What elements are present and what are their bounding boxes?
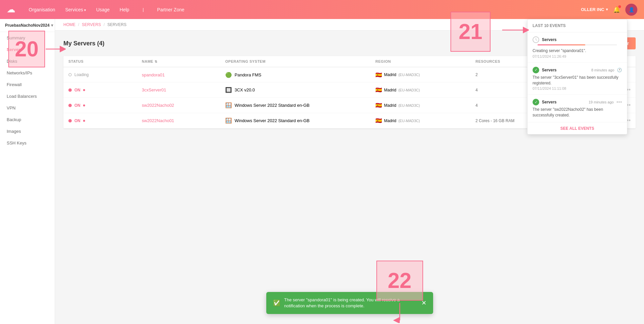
sidebar: PruebasNachoNov2024 Summary Servers Disk…: [0, 19, 55, 324]
nav-help[interactable]: Help: [120, 7, 129, 12]
region-name: Madrid: [384, 72, 396, 77]
resources-text: 2 Cores - 16 GB RAM: [475, 118, 515, 123]
breadcrumb-servers[interactable]: SERVERS: [82, 22, 101, 27]
notif-progress-bar: [538, 44, 585, 45]
status-dot-on: [68, 104, 72, 107]
col-region: REGION: [375, 59, 475, 63]
notif-text: The server "sw2022Nacho02" has been succ…: [533, 107, 622, 118]
status-label: Loading: [74, 72, 89, 77]
status-dot-on: [68, 119, 72, 122]
region-code: (EU-MAD3C): [398, 119, 420, 123]
notif-more-button[interactable]: •••: [616, 99, 622, 105]
name-cell[interactable]: 3cxServer01: [142, 87, 225, 92]
name-cell[interactable]: sw2022Nacho02: [142, 103, 225, 108]
name-cell[interactable]: spandora01: [142, 72, 225, 77]
name-cell[interactable]: sw2022Nacho01: [142, 118, 225, 123]
notif-item: Servers Creating server "spandora01". 07…: [528, 32, 627, 63]
region-cell: 🇪🇸 Madrid (EU-MAD3C): [375, 87, 475, 93]
col-name[interactable]: NAME: [142, 59, 225, 63]
nav-links: Organisation Services Usage Help | Partn…: [29, 7, 185, 12]
status-cell: ON: [68, 103, 142, 108]
notif-text: The server "3cxServer01" has been succes…: [533, 75, 622, 86]
os-name: Pandora FMS: [235, 72, 261, 77]
os-name: 3CX v20.0: [235, 87, 255, 92]
topnav-right: OLLER INC 🔔 👤: [581, 4, 637, 16]
sidebar-item-backup[interactable]: Backup: [0, 114, 55, 125]
flag-icon: 🇪🇸: [375, 102, 382, 108]
col-status: STATUS: [68, 59, 142, 63]
notif-time: 8 minutes ago: [591, 68, 614, 72]
notif-item-header: ✓ Servers 8 minutes ago 🕐: [533, 67, 622, 73]
breadcrumb-current: SERVERS: [107, 22, 126, 27]
notif-clock-icon: 🕐: [617, 68, 622, 72]
notification-bell-wrapper: 🔔: [613, 6, 620, 13]
sidebar-item-vpn[interactable]: VPN: [0, 102, 55, 114]
nav-partner-zone[interactable]: Partner Zone: [157, 7, 185, 12]
region-code: (EU-MAD3C): [398, 73, 420, 77]
status-label: ON: [74, 103, 80, 108]
nav-organisation[interactable]: Organisation: [29, 7, 55, 12]
os-cell: 🪟 Windows Server 2022 Standard en-GB: [225, 117, 375, 124]
sidebar-item-sshkeys[interactable]: SSH Keys: [0, 137, 55, 149]
flag-icon: 🇪🇸: [375, 72, 382, 78]
breadcrumb-sep-2: /: [103, 22, 104, 27]
see-all-events-link[interactable]: SEE ALL EVENTS: [560, 126, 594, 131]
region-code: (EU-MAD3C): [398, 103, 420, 107]
notif-date: 07/11/2024 11:26:49: [533, 54, 622, 58]
nav-services[interactable]: Services: [65, 7, 86, 12]
region-name: Madrid: [384, 103, 396, 108]
notif-pending-icon: [533, 36, 539, 43]
os-icon: 🔲: [225, 87, 232, 93]
resources-text: 4: [475, 103, 478, 108]
sidebar-item-loadbalancers[interactable]: Load Balancers: [0, 90, 55, 102]
region-code: (EU-MAD3C): [398, 88, 420, 92]
notif-progress: [538, 44, 617, 45]
os-name: Windows Server 2022 Standard en-GB: [235, 103, 310, 108]
notification-badge: [618, 5, 621, 8]
notif-text: Creating server "spandora01".: [533, 48, 622, 54]
sidebar-item-summary[interactable]: Summary: [0, 32, 55, 44]
toast-icon: ✅: [273, 299, 280, 307]
notif-success-icon: ✓: [533, 99, 539, 105]
notif-item: ✓ Servers 8 minutes ago 🕐 The server "3c…: [528, 63, 627, 95]
status-pulse: [83, 120, 85, 122]
region-cell: 🇪🇸 Madrid (EU-MAD3C): [375, 72, 475, 78]
status-dot-on: [68, 88, 72, 92]
notif-category: Servers: [542, 100, 586, 104]
status-cell: ON: [68, 118, 142, 123]
notif-date: 07/11/2024 11:11:08: [533, 86, 622, 90]
logo: ☁: [7, 4, 15, 15]
breadcrumb-home[interactable]: HOME: [63, 22, 75, 27]
flag-icon: 🇪🇸: [375, 117, 382, 124]
sidebar-item-firewall[interactable]: Firewall: [0, 79, 55, 90]
sidebar-item-images[interactable]: Images: [0, 125, 55, 137]
sidebar-item-disks[interactable]: Disks: [0, 55, 55, 67]
col-os: OPERATING SYSTEM: [225, 59, 375, 63]
notif-item-header: ✓ Servers 19 minutes ago •••: [533, 99, 622, 105]
notif-category: Servers: [542, 68, 589, 72]
os-cell: 🪟 Windows Server 2022 Standard en-GB: [225, 102, 375, 109]
notif-header: LAST 10 EVENTS: [528, 19, 627, 32]
os-name: Windows Server 2022 Standard en-GB: [235, 118, 310, 123]
user-avatar[interactable]: 👤: [625, 4, 637, 16]
sidebar-item-networks[interactable]: Networks/IPs: [0, 67, 55, 79]
notif-category: Servers: [542, 37, 622, 42]
nav-usage[interactable]: Usage: [96, 7, 109, 12]
org-selector[interactable]: OLLER INC: [581, 7, 608, 12]
notification-dropdown: LAST 10 EVENTS Servers Creating server "…: [527, 19, 627, 134]
status-label: ON: [74, 118, 80, 123]
top-navigation: ☁ Organisation Services Usage Help | Par…: [0, 0, 644, 19]
os-icon: 🟢: [225, 71, 232, 78]
region-cell: 🇪🇸 Madrid (EU-MAD3C): [375, 102, 475, 108]
notif-time: 19 minutes ago: [589, 100, 614, 104]
status-label: ON: [74, 88, 80, 92]
toast-notification: ✅ The server "spandora01" is being creat…: [266, 292, 433, 314]
os-cell: 🟢 Pandora FMS: [225, 71, 375, 78]
sidebar-item-servers[interactable]: Servers: [0, 44, 55, 55]
notif-item-header: Servers: [533, 36, 622, 43]
project-selector[interactable]: PruebasNachoNov2024: [0, 19, 55, 32]
toast-close-button[interactable]: ✕: [421, 299, 426, 307]
status-dot-loading: [68, 73, 72, 76]
nav-divider: |: [142, 7, 143, 12]
toast-text: The server "spandora01" is being created…: [284, 297, 417, 309]
